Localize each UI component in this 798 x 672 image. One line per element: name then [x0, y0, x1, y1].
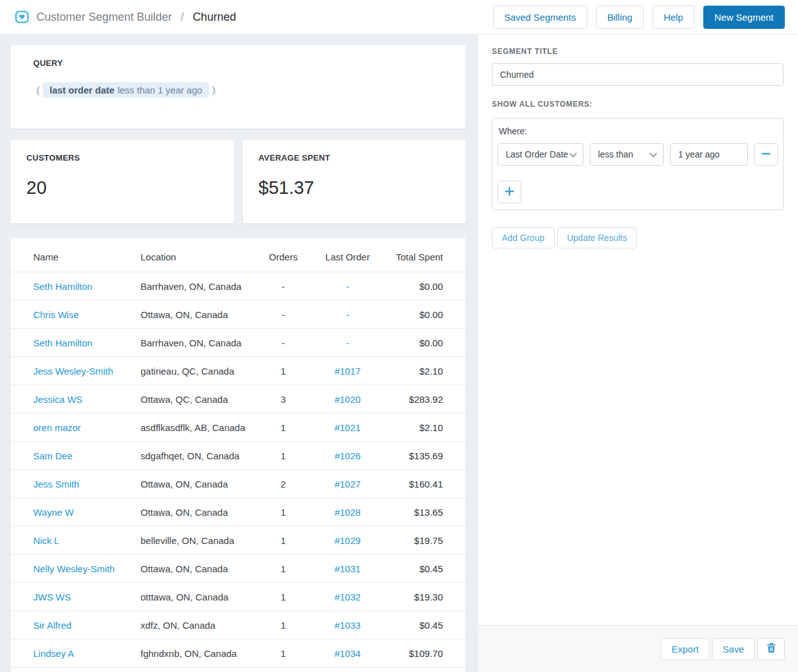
average-spent-stat-card: AVERAGE SPENT $51.37 — [243, 140, 466, 223]
filter-field-select[interactable]: Last Order Date — [497, 143, 583, 166]
new-segment-button[interactable]: New Segment — [703, 6, 785, 29]
customers-stat-card: CUSTOMERS 20 — [11, 140, 234, 223]
customer-orders-count: 3 — [253, 385, 313, 413]
query-condition: less than 1 year ago — [117, 85, 202, 95]
app-logo-heart-icon — [15, 11, 29, 23]
customer-name-link[interactable]: Seth Hamilton — [33, 281, 92, 292]
billing-button[interactable]: Billing — [596, 6, 644, 29]
table-row: Jess Wesley-Smith gatineau, QC, Canada 1… — [11, 357, 466, 385]
last-order-link[interactable]: #1034 — [334, 648, 361, 659]
last-order-link[interactable]: #1021 — [334, 422, 361, 433]
remove-condition-button[interactable] — [754, 143, 778, 166]
save-button[interactable]: Save — [712, 638, 755, 660]
customer-location: Barrhaven, ON, Canada — [141, 329, 253, 357]
customer-name-link[interactable]: Chris Wise — [33, 309, 79, 320]
customer-total-spent: $2.10 — [382, 413, 466, 442]
customer-location: Ottawa, ON, Canada — [141, 470, 253, 498]
last-order-link[interactable]: - — [346, 309, 349, 320]
table-row: oren mazor asdflkasdflk, AB, Canada 1 #1… — [11, 413, 466, 442]
customer-name-link[interactable]: Lindsey A — [33, 648, 74, 659]
customer-total-spent: $0.00 — [382, 272, 466, 301]
table-row: Nick L belleville, ON, Canada 1 #1029 $1… — [11, 526, 466, 555]
customer-orders-count: 1 — [253, 526, 313, 555]
export-button[interactable]: Export — [661, 638, 709, 660]
minus-icon — [761, 149, 771, 161]
condition-row: Last Order Date less than — [497, 143, 778, 166]
customer-location: sdgafhqet, ON, Canada — [141, 442, 253, 470]
table-row: Lindsey A fghndxnb, ON, Canada 1 #1034 $… — [11, 639, 466, 668]
customer-name-link[interactable]: Wayne W — [33, 507, 73, 518]
customer-total-spent: $19.75 — [382, 526, 466, 555]
query-expression: ( last order date less than 1 year ago ) — [33, 82, 443, 98]
customers-stat-value: 20 — [26, 178, 218, 198]
customers-table-card: Name Location Orders Last Order Total Sp… — [11, 238, 466, 672]
trash-icon — [767, 643, 776, 655]
app-title[interactable]: Customer Segment Builder — [36, 11, 172, 24]
last-order-link[interactable]: #1033 — [334, 620, 361, 631]
last-order-link[interactable]: #1031 — [334, 563, 361, 574]
customer-name-link[interactable]: Nick L — [33, 535, 60, 546]
update-results-button[interactable]: Update Results — [557, 227, 637, 248]
column-header-name: Name — [11, 240, 141, 272]
customer-name-link[interactable]: Sam Dee — [33, 451, 73, 461]
customer-name-link[interactable]: JWS WS — [33, 592, 71, 602]
delete-segment-button[interactable] — [757, 638, 785, 660]
last-order-link[interactable]: #1020 — [334, 394, 361, 405]
last-order-link[interactable]: - — [346, 338, 349, 348]
customer-table-body: Seth Hamilton Barrhaven, ON, Canada - - … — [11, 272, 466, 668]
breadcrumb: Customer Segment Builder / Churned — [15, 11, 236, 24]
last-order-link[interactable]: #1017 — [334, 366, 361, 376]
customer-location: Ottawa, ON, Canada — [141, 555, 253, 583]
average-spent-stat-value: $51.37 — [258, 178, 450, 198]
last-order-link[interactable]: - — [346, 281, 349, 292]
customer-name-link[interactable]: Jessica WS — [33, 394, 82, 405]
table-header-row: Name Location Orders Last Order Total Sp… — [11, 240, 466, 272]
customer-orders-count: 1 — [253, 357, 313, 385]
segment-title-input[interactable] — [492, 63, 784, 86]
table-row: Nelly Wesley-Smith Ottawa, ON, Canada 1 … — [11, 555, 466, 583]
segment-editor-footer: Export Save — [478, 625, 798, 672]
customer-name-link[interactable]: Jess Smith — [33, 479, 79, 489]
customer-total-spent: $0.00 — [382, 329, 466, 357]
segment-editor-panel: SEGMENT TITLE SHOW ALL CUSTOMERS: Where:… — [478, 35, 798, 672]
saved-segments-button[interactable]: Saved Segments — [493, 6, 587, 29]
customer-name-link[interactable]: Nelly Wesley-Smith — [33, 563, 115, 574]
table-row: Seth Hamilton Barrhaven, ON, Canada - - … — [11, 329, 466, 357]
where-label: Where: — [499, 126, 778, 136]
customer-total-spent: $109.70 — [382, 639, 466, 668]
segment-title-label: SEGMENT TITLE — [492, 47, 784, 56]
query-label: QUERY — [33, 58, 443, 68]
customer-name-link[interactable]: Seth Hamilton — [33, 338, 92, 348]
table-row: Sam Dee sdgafhqet, ON, Canada 1 #1026 $1… — [11, 442, 466, 470]
page-title: Churned — [193, 11, 236, 24]
topbar-actions: Saved Segments Billing Help New Segment — [493, 6, 785, 29]
last-order-link[interactable]: #1028 — [334, 507, 361, 518]
query-close-paren: ) — [209, 85, 218, 95]
filter-value-input[interactable] — [670, 143, 748, 166]
filter-operator-select[interactable]: less than — [590, 143, 664, 166]
customer-location: Ottawa, ON, Canada — [141, 498, 253, 526]
customer-name-link[interactable]: Sir Alfred — [33, 620, 72, 631]
last-order-link[interactable]: #1032 — [334, 592, 361, 602]
table-row: Chris Wise Ottawa, ON, Canada - - $0.00 — [11, 301, 466, 329]
filter-field-value: Last Order Date — [506, 149, 568, 159]
customer-orders-count: - — [253, 329, 313, 357]
customer-location: belleville, ON, Canada — [141, 526, 253, 555]
customer-orders-count: - — [253, 301, 313, 329]
table-row: Seth Hamilton Barrhaven, ON, Canada - - … — [11, 272, 466, 301]
column-header-last-order: Last Order — [313, 240, 382, 272]
help-button[interactable]: Help — [652, 6, 694, 29]
column-header-orders: Orders — [253, 240, 313, 272]
add-condition-button[interactable] — [497, 181, 521, 203]
last-order-link[interactable]: #1029 — [334, 535, 361, 546]
last-order-link[interactable]: #1026 — [334, 451, 361, 461]
query-open-paren: ( — [33, 85, 43, 95]
customer-name-link[interactable]: Jess Wesley-Smith — [33, 366, 113, 376]
table-row: JWS WS otttawa, ON, Canada 1 #1032 $19.3… — [11, 583, 466, 611]
customer-name-link[interactable]: oren mazor — [33, 422, 81, 433]
last-order-link[interactable]: #1027 — [334, 479, 361, 489]
average-spent-stat-label: AVERAGE SPENT — [258, 153, 450, 163]
add-group-button[interactable]: Add Group — [492, 227, 555, 248]
customer-orders-count: 1 — [253, 611, 313, 639]
customer-orders-count: 1 — [253, 442, 313, 470]
